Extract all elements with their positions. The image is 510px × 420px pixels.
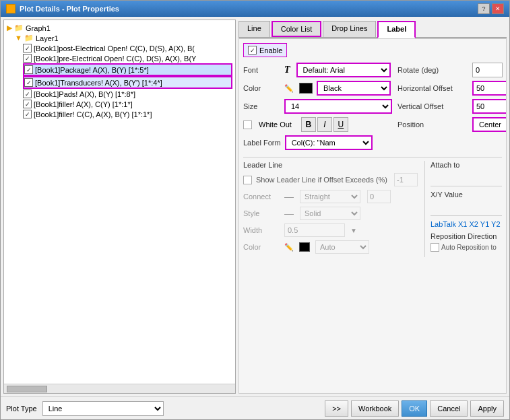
checkbox-post[interactable] (23, 44, 32, 53)
color-select[interactable]: Black (317, 81, 391, 96)
right-form: Rotate (deg) Horizontal Offset Vertical … (397, 63, 507, 153)
enable-checkbox[interactable] (248, 46, 257, 55)
width-chevron: ▼ (350, 227, 357, 234)
checkbox-filler2[interactable] (23, 110, 32, 118)
tree-item-transducers[interactable]: [Book1]Transducers! A(X), B(Y') [1*:4*] (23, 76, 232, 89)
leader-header: Leader Line (243, 161, 418, 169)
divider (243, 157, 502, 158)
right-content: Enable Font T Default: Arial (238, 38, 507, 394)
bottom-right-buttons: >> Workbook OK Cancel Apply (325, 400, 504, 417)
white-out-label: White Out (259, 120, 292, 129)
tree-item-filler1[interactable]: [Book1]filler! A(X), C(Y) [1*:1*] (23, 99, 232, 109)
connect-row: Connect — Straight Curved (243, 190, 418, 203)
checkbox-pads[interactable] (23, 90, 32, 98)
color-ll-row: Color ✏️ Auto Black (243, 240, 418, 254)
tab-color-list[interactable]: Color List (272, 21, 321, 37)
connect-label: Connect (243, 193, 280, 201)
italic-button[interactable]: I (317, 117, 332, 132)
plot-type-select[interactable]: Line (42, 401, 164, 416)
position-label: Position (397, 120, 468, 129)
bold-button[interactable]: B (301, 117, 316, 132)
color-ll-select[interactable]: Auto Black (315, 240, 369, 254)
font-row: Font T Default: Arial (243, 63, 392, 77)
close-button[interactable]: ✕ (492, 3, 504, 14)
tree-item-layer1[interactable]: ▼ 📁 Layer1 (15, 33, 232, 43)
help-button[interactable]: ? (478, 3, 490, 14)
top-section: Font T Default: Arial Color ✏️ (243, 63, 502, 153)
style-label: Style (243, 209, 280, 217)
left-form: Font T Default: Arial Color ✏️ (243, 63, 392, 153)
labtalk-label: LabTalk X1 X2 Y1 Y2 (431, 220, 502, 228)
tree-label-package: [Book1]Package! A(X), B(Y) [1*:5*] (35, 66, 149, 74)
position-select[interactable]: Center Left Right Above Below (472, 117, 507, 132)
window-icon (6, 4, 15, 13)
show-leader-input[interactable] (394, 173, 418, 186)
tree-label-transducers: [Book1]Transducers! A(X), B(Y') [1*:4*] (35, 79, 162, 87)
font-t-icon: T (284, 65, 290, 75)
checkbox-transducers[interactable] (24, 78, 33, 87)
plot-type-label: Plot Type (6, 405, 37, 413)
auto-reposition-checkbox[interactable] (431, 243, 439, 252)
tree-item-post[interactable]: [Book1]post-Electrical Open! C(C), D(S),… (23, 43, 232, 53)
attach-to-label: Attach to (431, 161, 502, 169)
color-ll-swatch (299, 242, 310, 252)
checkbox-package[interactable] (24, 65, 33, 74)
tab-label[interactable]: Label (377, 21, 416, 38)
connect-input[interactable] (367, 190, 391, 203)
apply-button[interactable]: Apply (470, 400, 504, 417)
style-row: Style — Solid Dashed (243, 207, 418, 220)
bottom-bar: Plot Type Line >> Workbook OK Cancel App… (1, 396, 509, 419)
right-side-panel: Attach to X/Y Value LabTalk X1 X2 Y1 Y2 … (424, 161, 502, 257)
tree-item-graph1[interactable]: ▶ 📁 Graph1 (7, 23, 232, 33)
horizontal-scrollbar[interactable] (4, 384, 235, 393)
v-offset-label: Vertical Offset (397, 102, 468, 110)
checkbox-filler1[interactable] (23, 100, 32, 108)
tree-label-filler2: [Book1]filler! C(C), A(X), B(Y) [1*:1*] (34, 110, 152, 118)
arrows-button[interactable]: >> (325, 400, 348, 417)
cancel-button[interactable]: Cancel (430, 400, 468, 417)
tab-line[interactable]: Line (238, 21, 270, 37)
position-row: Position Center Left Right Above Below (397, 117, 507, 132)
tree-item-filler2[interactable]: [Book1]filler! C(C), A(X), B(Y) [1*:1*] (23, 109, 232, 119)
pencil-ll-icon: ✏️ (284, 243, 294, 252)
rotate-label: Rotate (deg) (397, 66, 468, 74)
white-out-checkbox[interactable] (243, 120, 252, 129)
dash-icon: — (284, 191, 294, 202)
font-select[interactable]: Default: Arial (296, 63, 391, 77)
checkbox-pre[interactable] (23, 54, 32, 63)
show-leader-checkbox[interactable] (243, 176, 252, 184)
scrollbar-thumb[interactable] (7, 386, 47, 392)
width-row: Width ▼ (243, 223, 418, 237)
width-input[interactable] (284, 223, 345, 237)
pencil-icon: ✏️ (284, 84, 294, 93)
format-buttons: B I U (301, 117, 348, 132)
leader-line-section: Leader Line Show Leader Line if Offset E… (243, 161, 502, 257)
ok-button[interactable]: OK (402, 400, 427, 417)
size-select[interactable]: 14 (284, 99, 392, 114)
folder-icon-graph1: ▶ 📁 (7, 24, 24, 32)
auto-reposition-label: Auto Reposition to (441, 244, 497, 251)
style-select[interactable]: Solid Dashed (300, 207, 360, 220)
enable-label: Enable (259, 46, 282, 55)
label-form-select[interactable]: Col(C): "Nam (285, 135, 373, 150)
tab-drop-lines[interactable]: Drop Lines (323, 21, 376, 37)
tree-item-pads[interactable]: [Book1]Pads! A(X), B(Y) [1*:8*] (23, 89, 232, 99)
workbook-button[interactable]: Workbook (351, 400, 399, 417)
reposition-label: Reposition Direction (431, 232, 502, 240)
tree-area: ▶ 📁 Graph1 ▼ 📁 Layer1 [Book1]post-Electr… (4, 20, 235, 384)
tree-label-layer1: Layer1 (36, 34, 59, 42)
color-swatch (299, 83, 313, 94)
tree-item-pre[interactable]: [Book1]pre-Electrical Open! C(C), D(S), … (23, 53, 232, 63)
connect-select[interactable]: Straight Curved (300, 190, 360, 203)
titlebar-left: Plot Details - Plot Properties (6, 4, 119, 13)
v-offset-input[interactable] (472, 99, 507, 114)
tree-item-package[interactable]: [Book1]Package! A(X), B(Y) [1*:5*] (23, 63, 232, 76)
v-offset-row: Vertical Offset (397, 99, 507, 114)
underline-button[interactable]: U (333, 117, 348, 132)
h-offset-input[interactable] (472, 81, 507, 96)
leader-layout: Leader Line Show Leader Line if Offset E… (243, 161, 502, 257)
main-window: Plot Details - Plot Properties ? ✕ ▶ 📁 G… (0, 0, 510, 420)
show-leader-row: Show Leader Line if Offset Exceeds (%) (243, 173, 418, 186)
leader-left: Leader Line Show Leader Line if Offset E… (243, 161, 418, 257)
rotate-input[interactable] (472, 63, 503, 77)
